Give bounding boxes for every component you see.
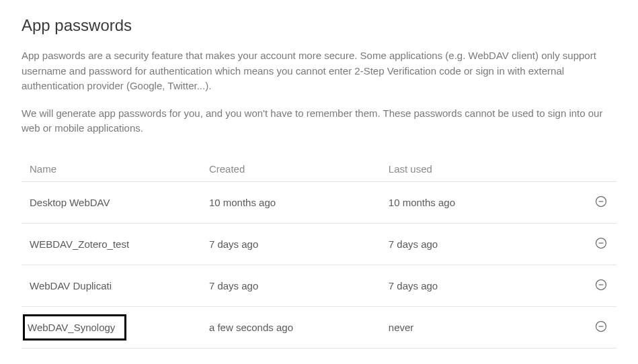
minus-circle-icon (594, 278, 608, 291)
minus-circle-icon (594, 195, 608, 208)
cell-created: 7 days ago (209, 280, 389, 291)
cell-action (568, 319, 608, 336)
cell-action (568, 236, 608, 253)
cell-name: WebDAV_Synology (30, 320, 209, 335)
cell-lastused: 7 days ago (389, 280, 568, 291)
description-paragraph-1: App paswords are a security feature that… (22, 48, 616, 94)
delete-button[interactable] (594, 236, 608, 251)
minus-circle-icon (594, 236, 608, 250)
cell-created: a few seconds ago (209, 322, 389, 333)
cell-created: 10 months ago (209, 197, 389, 208)
delete-button[interactable] (594, 277, 608, 292)
delete-button[interactable] (594, 194, 608, 209)
highlight-box: WebDAV_Synology (23, 314, 126, 340)
cell-action (568, 277, 608, 294)
cell-name: WEBDAV_Zotero_test (30, 238, 209, 250)
app-passwords-table: Name Created Last used Desktop WebDAV10 … (22, 156, 616, 349)
cell-lastused: never (389, 322, 568, 333)
page-title: App passwords (22, 16, 616, 35)
header-action (568, 163, 608, 175)
cell-action (568, 194, 608, 211)
table-row: Desktop WebDAV10 months ago10 months ago (22, 182, 616, 224)
minus-circle-icon (594, 320, 608, 333)
delete-button[interactable] (594, 319, 608, 334)
cell-name: WebDAV Duplicati (30, 280, 209, 291)
table-row: WEBDAV_Zotero_test7 days ago7 days ago (22, 224, 616, 265)
cell-created: 7 days ago (209, 238, 389, 250)
cell-lastused: 7 days ago (389, 238, 568, 250)
header-created: Created (209, 163, 389, 175)
table-row: WebDAV Duplicati7 days ago7 days ago (22, 265, 616, 307)
cell-lastused: 10 months ago (389, 197, 568, 208)
table-row: WebDAV_Synologya few seconds agonever (22, 307, 616, 349)
cell-name: Desktop WebDAV (30, 197, 209, 208)
table-header: Name Created Last used (22, 156, 616, 182)
header-lastused: Last used (389, 163, 568, 175)
description-paragraph-2: We will generate app passwords for you, … (22, 106, 616, 136)
header-name: Name (30, 163, 209, 175)
